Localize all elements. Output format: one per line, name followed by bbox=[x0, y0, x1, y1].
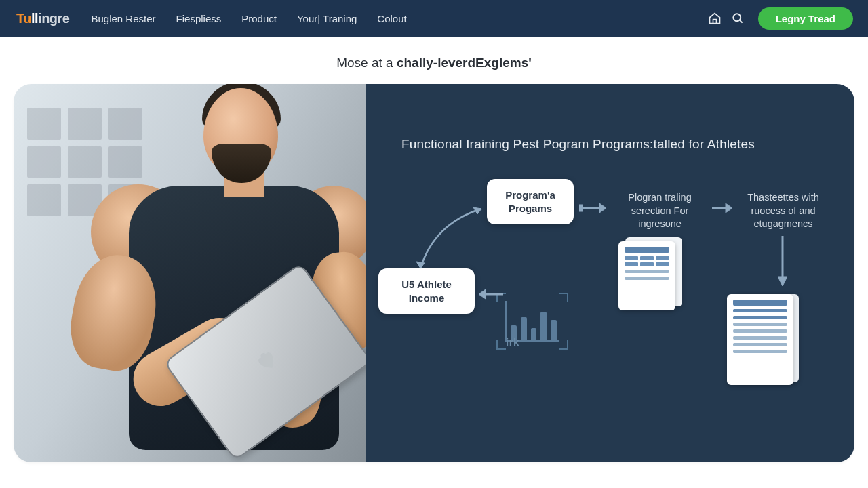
document-icon-2 bbox=[727, 294, 793, 385]
logo-part-3: ingre bbox=[38, 11, 69, 26]
search-icon[interactable] bbox=[731, 12, 745, 25]
card-programs-line2: Progams bbox=[498, 202, 563, 216]
hero-content: Functional Iraining Pest Pogram Programs… bbox=[366, 84, 854, 462]
flow-step-2: Thasteettes with ruocess of and etugagme… bbox=[732, 191, 834, 231]
nav-item-4[interactable]: Your| Traning bbox=[297, 13, 357, 24]
page-subtitle: Mose at a chally-leverdExglems' bbox=[0, 37, 868, 84]
primary-cta-button[interactable]: Legny Tread bbox=[758, 7, 853, 30]
header-actions: Legny Tread bbox=[708, 7, 853, 30]
card-programs[interactable]: Program'a Progams bbox=[487, 179, 574, 224]
flow-step-1: Plogran traling serection For ingresone bbox=[609, 191, 711, 231]
hero-title: Functional Iraining Pest Pogram Programs… bbox=[401, 137, 827, 152]
card-income-line2: Income bbox=[389, 291, 464, 305]
logo-part-1: Tu bbox=[16, 11, 31, 26]
nav-item-5[interactable]: Colout bbox=[377, 13, 406, 24]
svg-point-0 bbox=[733, 14, 741, 21]
brand-logo[interactable]: Tullingre bbox=[16, 11, 69, 26]
arrow-down-icon bbox=[776, 235, 789, 289]
subtitle-prefix: Mose at a bbox=[336, 56, 397, 70]
home-icon[interactable] bbox=[708, 12, 722, 25]
logo-part-2: ll bbox=[31, 11, 38, 26]
arrow-right-1-icon bbox=[579, 201, 608, 216]
hero-image bbox=[14, 84, 366, 462]
arrow-right-2-icon bbox=[711, 201, 734, 216]
arrow-curve-icon bbox=[407, 203, 495, 285]
nav-item-3[interactable]: Product bbox=[241, 13, 277, 24]
nav-item-1[interactable]: Buglen Rester bbox=[91, 13, 155, 24]
hero-card: Functional Iraining Pest Pogram Programs… bbox=[14, 84, 854, 462]
svg-line-1 bbox=[739, 20, 742, 23]
arrow-left-icon bbox=[477, 287, 505, 301]
top-nav: Buglen Rester Fiespliess Product Your| T… bbox=[91, 13, 406, 24]
document-icon-1 bbox=[618, 241, 675, 310]
bar-chart-icon bbox=[505, 301, 559, 342]
header: Tullingre Buglen Rester Fiespliess Produ… bbox=[0, 0, 868, 37]
subtitle-emphasis: chally-leverdExglems' bbox=[397, 56, 532, 70]
svg-rect-3 bbox=[579, 205, 583, 211]
card-programs-line1: Program'a bbox=[498, 188, 563, 202]
chart-label: irk bbox=[506, 336, 519, 348]
nav-item-2[interactable]: Fiespliess bbox=[176, 13, 222, 24]
athlete-illustration bbox=[41, 84, 359, 462]
